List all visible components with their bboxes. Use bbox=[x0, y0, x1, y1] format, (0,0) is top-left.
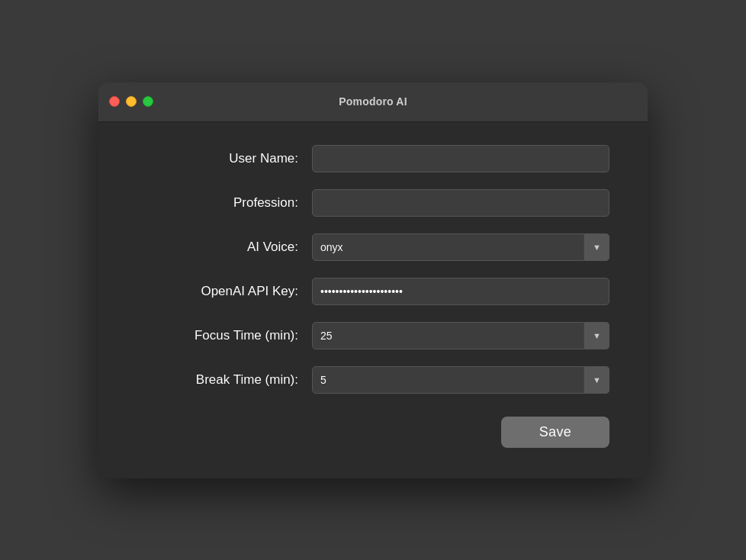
break-time-select[interactable]: 1 2 3 5 10 15 bbox=[312, 366, 609, 394]
username-row: User Name: bbox=[137, 145, 609, 172]
save-button[interactable]: Save bbox=[501, 417, 609, 448]
focus-time-label: Focus Time (min): bbox=[137, 328, 312, 343]
form-content: User Name: Profession: AI Voice: alloy e… bbox=[98, 122, 648, 478]
username-input[interactable] bbox=[312, 145, 609, 172]
api-key-input[interactable] bbox=[312, 278, 609, 305]
close-button[interactable] bbox=[109, 96, 120, 107]
profession-input[interactable] bbox=[312, 189, 609, 217]
ai-voice-row: AI Voice: alloy echo fable onyx nova shi… bbox=[137, 233, 609, 261]
focus-time-select[interactable]: 5 10 15 20 25 30 45 60 bbox=[312, 322, 609, 349]
window-title: Pomodoro AI bbox=[339, 95, 407, 108]
api-key-row: OpenAI API Key: bbox=[137, 278, 609, 305]
api-key-label: OpenAI API Key: bbox=[137, 284, 312, 299]
ai-voice-select-wrapper: alloy echo fable onyx nova shimmer bbox=[312, 233, 609, 261]
window-controls bbox=[109, 96, 153, 107]
username-control bbox=[312, 145, 609, 172]
api-key-control bbox=[312, 278, 609, 305]
minimize-button[interactable] bbox=[126, 96, 137, 107]
username-label: User Name: bbox=[137, 151, 312, 166]
app-window: Pomodoro AI User Name: Profession: AI Vo… bbox=[98, 82, 648, 478]
focus-time-row: Focus Time (min): 5 10 15 20 25 30 45 60 bbox=[137, 322, 609, 349]
focus-time-select-wrapper: 5 10 15 20 25 30 45 60 bbox=[312, 322, 609, 349]
break-time-control: 1 2 3 5 10 15 bbox=[312, 366, 609, 394]
break-time-row: Break Time (min): 1 2 3 5 10 15 bbox=[137, 366, 609, 394]
button-row: Save bbox=[137, 417, 609, 448]
profession-label: Profession: bbox=[137, 195, 312, 211]
maximize-button[interactable] bbox=[143, 96, 153, 107]
ai-voice-select[interactable]: alloy echo fable onyx nova shimmer bbox=[312, 233, 609, 261]
break-time-label: Break Time (min): bbox=[137, 372, 312, 388]
titlebar: Pomodoro AI bbox=[98, 82, 648, 122]
ai-voice-label: AI Voice: bbox=[137, 240, 312, 255]
profession-control bbox=[312, 189, 609, 217]
ai-voice-control: alloy echo fable onyx nova shimmer bbox=[312, 233, 609, 261]
break-time-select-wrapper: 1 2 3 5 10 15 bbox=[312, 366, 609, 394]
profession-row: Profession: bbox=[137, 189, 609, 217]
focus-time-control: 5 10 15 20 25 30 45 60 bbox=[312, 322, 609, 349]
